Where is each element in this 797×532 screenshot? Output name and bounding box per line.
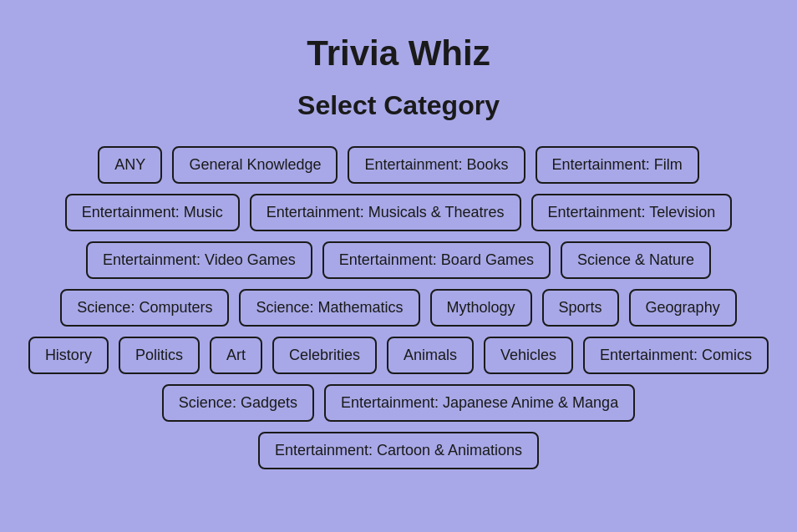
category-button-sports[interactable]: Sports <box>542 289 619 327</box>
category-button-science--mathematics[interactable]: Science: Mathematics <box>239 289 419 327</box>
category-button-mythology[interactable]: Mythology <box>430 289 532 327</box>
section-title: Select Category <box>297 90 500 121</box>
category-button-entertainment--cartoon---animations[interactable]: Entertainment: Cartoon & Animations <box>258 432 539 469</box>
category-button-entertainment--television[interactable]: Entertainment: Television <box>531 194 733 231</box>
category-button-general-knowledge[interactable]: General Knowledge <box>172 146 338 184</box>
category-button-entertainment--japanese-anime---manga[interactable]: Entertainment: Japanese Anime & Manga <box>324 384 635 422</box>
category-button-animals[interactable]: Animals <box>387 337 474 374</box>
category-button-science--computers[interactable]: Science: Computers <box>60 289 229 327</box>
category-button-entertainment--books[interactable]: Entertainment: Books <box>348 146 525 184</box>
app-title: Trivia Whiz <box>307 33 490 73</box>
category-button-entertainment--board-games[interactable]: Entertainment: Board Games <box>322 241 551 279</box>
category-button-entertainment--music[interactable]: Entertainment: Music <box>65 194 240 231</box>
category-button-geography[interactable]: Geography <box>629 289 737 327</box>
category-button-science--gadgets[interactable]: Science: Gadgets <box>162 384 314 422</box>
category-button-science---nature[interactable]: Science & Nature <box>561 241 711 279</box>
category-button-any[interactable]: ANY <box>98 146 162 184</box>
category-button-entertainment--comics[interactable]: Entertainment: Comics <box>583 337 769 374</box>
category-button-entertainment--film[interactable]: Entertainment: Film <box>536 146 699 184</box>
category-button-entertainment--video-games[interactable]: Entertainment: Video Games <box>86 241 312 279</box>
category-button-history[interactable]: History <box>28 337 109 374</box>
category-button-entertainment--musicals---theatres[interactable]: Entertainment: Musicals & Theatres <box>250 194 521 231</box>
category-button-art[interactable]: Art <box>210 337 262 374</box>
category-button-politics[interactable]: Politics <box>119 337 200 374</box>
category-button-celebrities[interactable]: Celebrities <box>272 337 377 374</box>
categories-container: ANYGeneral KnowledgeEntertainment: Books… <box>17 146 780 469</box>
category-button-vehicles[interactable]: Vehicles <box>484 337 573 374</box>
